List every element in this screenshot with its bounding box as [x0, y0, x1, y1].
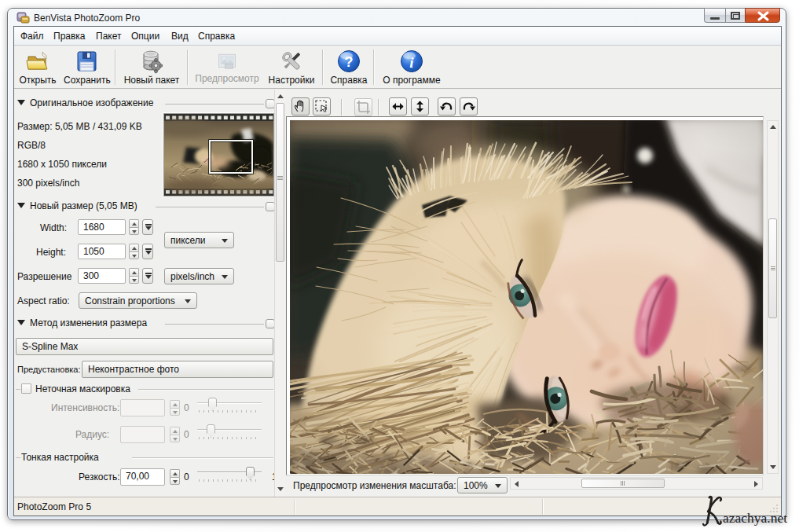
svg-text:i: i	[409, 54, 414, 71]
svg-text:?: ?	[345, 54, 354, 70]
svg-text:azachya.net: azachya.net	[723, 510, 787, 526]
